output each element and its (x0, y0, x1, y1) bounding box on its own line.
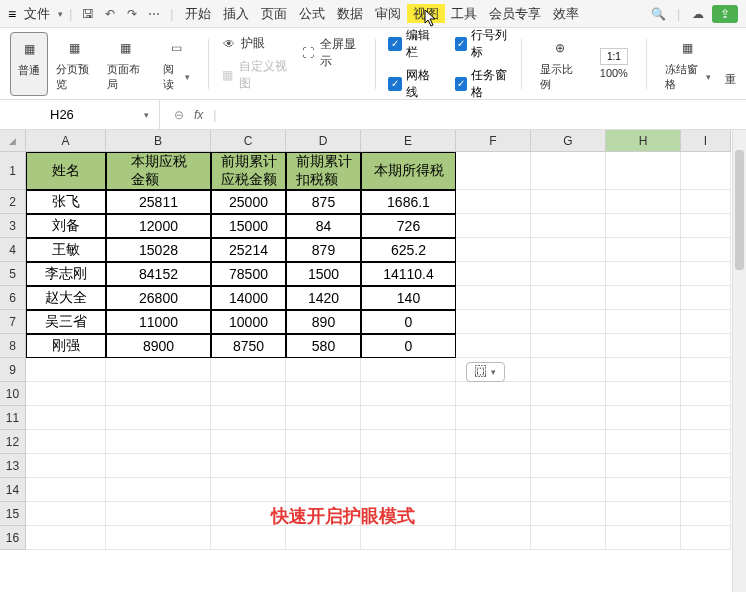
cell[interactable] (456, 502, 531, 526)
row-header[interactable]: 9 (0, 358, 26, 382)
cell[interactable] (681, 406, 731, 430)
row-header[interactable]: 13 (0, 454, 26, 478)
cell[interactable] (681, 454, 731, 478)
cell[interactable] (606, 358, 681, 382)
cell[interactable] (681, 238, 731, 262)
menu-tab-1[interactable]: 插入 (217, 4, 255, 23)
cell[interactable] (531, 406, 606, 430)
checkbox-3[interactable]: ✓任务窗格 (455, 67, 509, 101)
name-box[interactable]: H26▾ (0, 100, 160, 129)
menu-tab-5[interactable]: 审阅 (369, 4, 407, 23)
cell[interactable] (531, 310, 606, 334)
cell[interactable] (211, 526, 286, 550)
cell[interactable] (361, 406, 456, 430)
cell[interactable] (361, 430, 456, 454)
row-header[interactable]: 16 (0, 526, 26, 550)
cell[interactable] (361, 478, 456, 502)
cell[interactable] (456, 454, 531, 478)
select-all-corner[interactable]: ◢ (0, 130, 26, 152)
cell[interactable] (286, 430, 361, 454)
cell[interactable] (681, 334, 731, 358)
col-header[interactable]: D (286, 130, 361, 152)
cell[interactable] (606, 238, 681, 262)
freeze-panes-button[interactable]: ▦ 冻结窗格▾ (659, 32, 717, 96)
row-header[interactable]: 3 (0, 214, 26, 238)
row-header[interactable]: 10 (0, 382, 26, 406)
cell[interactable] (211, 478, 286, 502)
col-header[interactable]: A (26, 130, 106, 152)
col-header[interactable]: E (361, 130, 456, 152)
col-header[interactable]: I (681, 130, 731, 152)
cell[interactable] (606, 152, 681, 190)
row-header[interactable]: 11 (0, 406, 26, 430)
cell[interactable] (26, 454, 106, 478)
menu-tab-0[interactable]: 开始 (179, 4, 217, 23)
table-cell[interactable]: 刚强 (26, 334, 106, 358)
cell[interactable] (26, 430, 106, 454)
cell[interactable] (681, 190, 731, 214)
cell[interactable] (606, 430, 681, 454)
cell[interactable] (681, 310, 731, 334)
table-cell[interactable]: 84152 (106, 262, 211, 286)
cell[interactable] (531, 502, 606, 526)
cell[interactable] (531, 262, 606, 286)
cell[interactable] (211, 358, 286, 382)
cell[interactable] (26, 382, 106, 406)
table-cell[interactable]: 726 (361, 214, 456, 238)
table-cell[interactable]: 140 (361, 286, 456, 310)
cell[interactable] (606, 526, 681, 550)
table-header[interactable]: 本期应税金额 (106, 152, 211, 190)
cell[interactable] (361, 358, 456, 382)
cell[interactable] (106, 406, 211, 430)
row-header[interactable]: 6 (0, 286, 26, 310)
paste-options-button[interactable]: ⿴▾ (466, 362, 505, 382)
table-cell[interactable]: 刘备 (26, 214, 106, 238)
cell[interactable] (211, 430, 286, 454)
table-cell[interactable]: 11000 (106, 310, 211, 334)
eye-care-toggle[interactable]: 👁护眼 (221, 35, 293, 52)
row-header[interactable]: 4 (0, 238, 26, 262)
col-header[interactable]: F (456, 130, 531, 152)
row-header[interactable]: 14 (0, 478, 26, 502)
undo-icon[interactable]: ↶ (100, 4, 120, 24)
cloud-icon[interactable]: ☁ (688, 4, 708, 24)
file-dropdown-icon[interactable]: ▾ (58, 9, 63, 19)
cell[interactable] (681, 502, 731, 526)
checkbox-0[interactable]: ✓编辑栏 (388, 27, 442, 61)
save-icon[interactable]: 🖫 (78, 4, 98, 24)
cell[interactable] (606, 406, 681, 430)
view-mode-0[interactable]: ▦普通 (10, 32, 48, 96)
row-header[interactable]: 8 (0, 334, 26, 358)
cell[interactable] (531, 454, 606, 478)
table-cell[interactable]: 1500 (286, 262, 361, 286)
cell[interactable] (681, 430, 731, 454)
cell[interactable] (606, 190, 681, 214)
row-header[interactable]: 7 (0, 310, 26, 334)
reading-mode-button[interactable]: ▭ 阅读▾ (157, 32, 195, 96)
table-cell[interactable]: 26800 (106, 286, 211, 310)
table-cell[interactable]: 14000 (211, 286, 286, 310)
row-header[interactable]: 15 (0, 502, 26, 526)
menu-tab-2[interactable]: 页面 (255, 4, 293, 23)
table-cell[interactable]: 879 (286, 238, 361, 262)
menu-tab-6[interactable]: 视图 (407, 4, 445, 23)
row-header[interactable]: 5 (0, 262, 26, 286)
cell[interactable] (211, 406, 286, 430)
share-button[interactable]: ⇪ (712, 5, 738, 23)
more-icon[interactable]: ⋯ (144, 4, 164, 24)
table-cell[interactable]: 875 (286, 190, 361, 214)
table-cell[interactable]: 25811 (106, 190, 211, 214)
cell[interactable] (456, 406, 531, 430)
table-header[interactable]: 前期累计扣税额 (286, 152, 361, 190)
cell[interactable] (26, 406, 106, 430)
cell[interactable] (456, 262, 531, 286)
table-cell[interactable]: 1420 (286, 286, 361, 310)
cell[interactable] (456, 478, 531, 502)
menu-file[interactable]: 文件 (18, 3, 56, 25)
cell[interactable] (606, 286, 681, 310)
table-cell[interactable]: 王敏 (26, 238, 106, 262)
row-header[interactable]: 2 (0, 190, 26, 214)
cell[interactable] (531, 238, 606, 262)
cell[interactable] (26, 526, 106, 550)
table-cell[interactable]: 吴三省 (26, 310, 106, 334)
